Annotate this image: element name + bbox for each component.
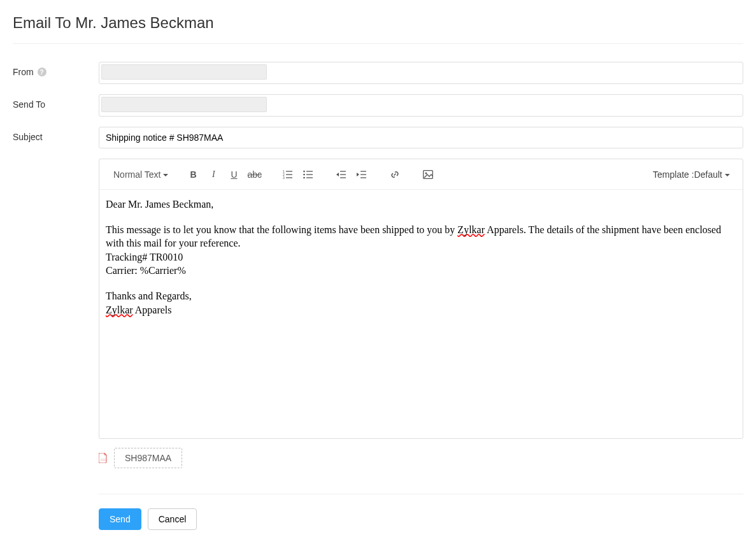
row-from: From ?: [13, 62, 743, 84]
body-sign-company: Zylkar: [106, 304, 133, 315]
attachments: SH987MAA: [99, 439, 743, 475]
help-icon[interactable]: ?: [38, 68, 46, 76]
label-subject: Subject: [13, 132, 43, 142]
bold-button[interactable]: B: [183, 165, 203, 184]
label-from: From: [13, 67, 34, 77]
send-button[interactable]: Send: [99, 508, 141, 530]
text-style-dropdown[interactable]: Normal Text: [111, 165, 169, 184]
pdf-icon: [99, 453, 108, 463]
body-line1a: This message is to let you know that the…: [106, 224, 457, 235]
indent-button[interactable]: [352, 165, 371, 184]
template-value: Default: [694, 169, 722, 180]
svg-point-9: [303, 170, 305, 172]
attachment-name: SH987MAA: [125, 453, 171, 463]
svg-point-21: [425, 172, 427, 174]
svg-rect-22: [101, 459, 106, 461]
footer-actions: Send Cancel: [99, 494, 743, 530]
svg-point-11: [303, 176, 305, 178]
link-button[interactable]: [385, 165, 404, 184]
text-style-label: Normal Text: [113, 169, 160, 180]
svg-point-10: [303, 173, 305, 175]
send-to-chip[interactable]: [101, 97, 267, 112]
body-greeting: Dear Mr. James Beckman,: [106, 199, 213, 210]
template-label-prefix: Template :: [653, 169, 694, 180]
editor-body[interactable]: Dear Mr. James Beckman, This message is …: [99, 190, 743, 438]
label-send-to: Send To: [13, 99, 45, 110]
cancel-button-label: Cancel: [159, 514, 187, 524]
body-sign-rest: Apparels: [133, 304, 172, 315]
page-title: Email To Mr. James Beckman: [13, 14, 743, 32]
ordered-list-button[interactable]: 123: [278, 165, 297, 184]
svg-marker-19: [357, 173, 359, 176]
unordered-list-button[interactable]: [299, 165, 318, 184]
row-send-to: Send To: [13, 94, 743, 117]
page-header: Email To Mr. James Beckman: [13, 0, 743, 44]
strikethrough-button[interactable]: abc: [245, 165, 264, 184]
send-button-label: Send: [110, 514, 131, 524]
editor: Normal Text B I U abc 123: [99, 159, 743, 439]
body-closing: Thanks and Regards,: [106, 290, 192, 301]
body-company: Zylkar: [457, 224, 485, 235]
svg-marker-15: [336, 173, 339, 176]
image-button[interactable]: [418, 165, 438, 184]
send-to-input[interactable]: [99, 94, 743, 117]
from-chip[interactable]: [101, 64, 267, 80]
cancel-button[interactable]: Cancel: [148, 508, 197, 530]
outdent-button[interactable]: [332, 165, 351, 184]
italic-button[interactable]: I: [204, 165, 223, 184]
subject-input[interactable]: [99, 127, 743, 148]
template-dropdown[interactable]: Template : Default: [650, 165, 731, 184]
svg-text:3: 3: [283, 176, 285, 179]
body-carrier: Carrier: %Carrier%: [106, 265, 186, 276]
editor-toolbar: Normal Text B I U abc 123: [99, 159, 743, 190]
body-tracking: Tracking# TR0010: [106, 252, 183, 262]
attachment-chip[interactable]: SH987MAA: [114, 448, 182, 468]
underline-button[interactable]: U: [224, 165, 243, 184]
row-subject: Subject: [13, 127, 743, 148]
from-input[interactable]: [99, 62, 743, 84]
